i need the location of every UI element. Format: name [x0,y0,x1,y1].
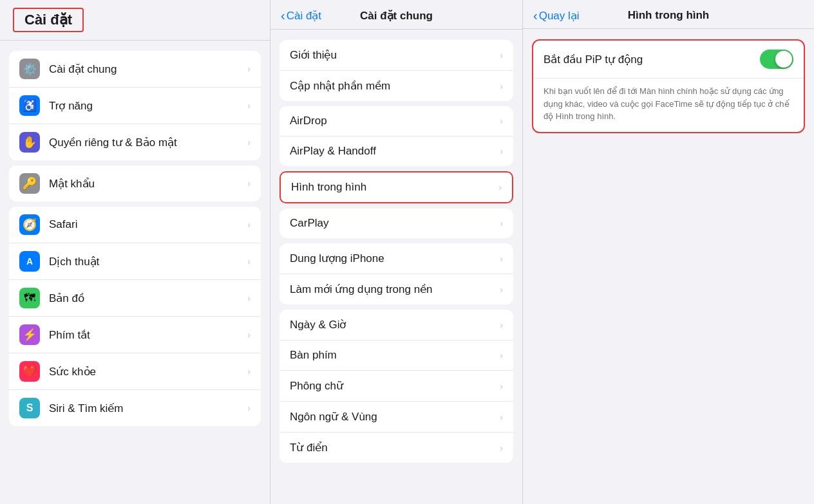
mid-item-hinh-trong-hinh[interactable]: Hình trong hình › [279,171,513,203]
carplay-label: CarPlay [290,217,500,230]
safari-label: Safari [49,218,247,231]
ban-do-icon: 🗺 [19,288,40,308]
left-header: Cài đặt [0,0,270,41]
right-back-button[interactable]: ‹ Quay lại [533,8,580,23]
chevron-icon: › [500,116,503,126]
chevron-icon: › [247,100,251,111]
dich-thuat-icon: A [19,251,40,272]
dich-thuat-label: Dịch thuật [49,255,247,268]
sidebar-item-dich-thuat[interactable]: A Dịch thuật › [9,243,261,280]
mid-item-lam-moi[interactable]: Làm mới ứng dụng trong nền › [279,274,513,304]
cai-dat-chung-label: Cài đặt chung [49,62,247,76]
mid-item-airdrop[interactable]: AirDrop › [279,106,513,136]
right-content: Bắt đầu PiP tự động Khi bạn vuốt lên để … [523,29,814,144]
airplay-label: AirPlay & Handoff [290,145,500,158]
mat-khau-icon: 🔑 [19,173,40,194]
chevron-icon: › [498,182,502,192]
sidebar-item-tro-nang[interactable]: ♿ Trợ năng › [9,88,261,124]
chevron-icon: › [247,219,251,230]
back-chevron-icon: ‹ [281,8,285,23]
middle-back-button[interactable]: ‹ Cài đặt [281,8,321,23]
suc-khoe-icon: ❤️ [19,361,40,382]
chevron-icon: › [500,443,503,453]
mid-item-airplay[interactable]: AirPlay & Handoff › [279,136,513,166]
chevron-icon: › [500,254,503,264]
chevron-icon: › [247,64,251,74]
safari-icon: 🧭 [19,214,40,235]
sidebar-item-safari[interactable]: 🧭 Safari › [9,207,261,243]
chevron-icon: › [500,350,503,360]
sidebar-item-ban-do[interactable]: 🗺 Bản đồ › [9,280,261,317]
lam-moi-label: Làm mới ứng dụng trong nền [290,283,500,296]
phim-tat-icon: ⚡ [19,324,40,345]
mid-item-hinh-trong-hinh-wrapper: Hình trong hình › [279,171,513,203]
mid-item-dung-luong[interactable]: Dung lượng iPhone › [279,243,513,274]
chevron-icon: › [247,137,251,147]
mid-item-gioi-thieu[interactable]: Giới thiệu › [279,40,513,71]
chevron-icon: › [247,178,251,189]
sidebar-item-suc-khoe[interactable]: ❤️ Sức khỏe › [9,353,261,390]
chevron-icon: › [247,366,251,377]
tro-nang-label: Trợ năng [49,99,247,113]
tro-nang-icon: ♿ [19,95,40,116]
ban-phim-label: Bàn phím [290,349,500,362]
chevron-icon: › [500,320,503,330]
toggle-knob [775,51,792,68]
mid-item-ngon-ngu[interactable]: Ngôn ngữ & Vùng › [279,402,513,433]
quyen-rieng-tu-icon: ✋ [19,132,40,153]
left-group-2: 🔑 Mật khẩu › [9,165,261,201]
hinh-trong-hinh-label: Hình trong hình [291,181,498,194]
cap-nhat-label: Cập nhật phần mềm [290,79,500,93]
quyen-rieng-tu-label: Quyền riêng tư & Bảo mật [49,136,247,149]
chevron-icon: › [500,81,503,91]
mid-item-ban-phim[interactable]: Bàn phím › [279,341,513,371]
chevron-icon: › [500,218,503,229]
phong-chu-label: Phông chữ [290,379,500,393]
airdrop-label: AirDrop [290,115,500,127]
pip-toggle-row: Bắt đầu PiP tự động [533,41,804,78]
right-back-label: Quay lại [539,9,580,23]
mid-group-2: AirDrop › AirPlay & Handoff › [279,106,513,166]
middle-panel: ‹ Cài đặt Cài đặt chung Giới thiệu › Cập… [270,0,523,504]
left-title-box: Cài đặt [13,8,84,32]
chevron-icon: › [247,403,251,413]
chevron-icon: › [247,293,251,303]
pip-description: Khi bạn vuốt lên để đi tới Màn hình chín… [533,78,804,132]
chevron-icon: › [500,146,503,156]
tu-dien-label: Từ điển [290,441,500,454]
middle-title: Cài đặt chung [360,9,433,23]
mid-item-tu-dien[interactable]: Từ điển › [279,433,513,463]
pip-toggle-switch[interactable] [760,50,793,69]
left-panel: Cài đặt ⚙️ Cài đặt chung › ♿ Trợ năng › … [0,0,270,504]
mid-item-carplay[interactable]: CarPlay › [279,209,513,238]
sidebar-item-mat-khau[interactable]: 🔑 Mật khẩu › [9,165,261,201]
suc-khoe-label: Sức khỏe [49,365,247,378]
left-list: ⚙️ Cài đặt chung › ♿ Trợ năng › ✋ Quyền … [0,41,270,504]
siri-icon: S [19,398,40,418]
sidebar-item-cai-dat-chung[interactable]: ⚙️ Cài đặt chung › [9,51,261,88]
middle-back-label: Cài đặt [287,9,321,23]
left-title: Cài đặt [24,12,72,28]
mat-khau-label: Mật khẩu [49,177,247,191]
chevron-icon: › [500,285,503,295]
right-title: Hình trong hình [628,9,710,22]
pip-toggle-label: Bắt đầu PiP tự động [544,53,760,66]
right-panel: ‹ Quay lại Hình trong hình Bắt đầu PiP t… [523,0,814,504]
mid-item-cap-nhat[interactable]: Cập nhật phần mềm › [279,71,513,101]
pip-card: Bắt đầu PiP tự động Khi bạn vuốt lên để … [532,39,805,133]
ngon-ngu-label: Ngôn ngữ & Vùng [290,410,500,424]
mid-item-phong-chu[interactable]: Phông chữ › [279,371,513,402]
middle-header: ‹ Cài đặt Cài đặt chung [270,0,522,30]
phim-tat-label: Phím tắt [49,328,247,342]
sidebar-item-quyen-rieng-tu[interactable]: ✋ Quyền riêng tư & Bảo mật › [9,124,261,160]
sidebar-item-siri[interactable]: S Siri & Tìm kiếm › [9,390,261,426]
sidebar-item-phim-tat[interactable]: ⚡ Phím tắt › [9,317,261,353]
right-header: ‹ Quay lại Hình trong hình [523,0,814,29]
chevron-icon: › [500,381,503,391]
ngay-gio-label: Ngày & Giờ [290,318,500,331]
ban-do-label: Bản đồ [49,292,247,305]
chevron-icon: › [500,50,503,61]
chevron-icon: › [247,330,251,340]
chevron-icon: › [500,412,503,422]
mid-item-ngay-gio[interactable]: Ngày & Giờ › [279,310,513,341]
